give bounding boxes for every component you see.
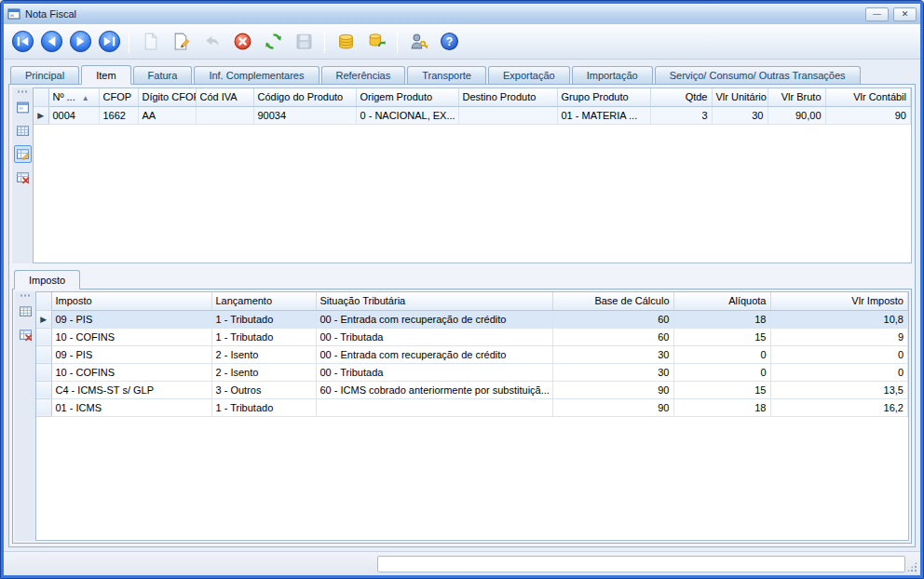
column-header[interactable]: Cód IVA (196, 88, 253, 106)
first-record-button[interactable] (9, 29, 35, 55)
tab-transporte[interactable]: Transporte (407, 66, 486, 84)
grid-cell[interactable]: 90,00 (768, 106, 825, 124)
grid-cell[interactable]: 1 - Tributado (211, 328, 316, 345)
grid-cell[interactable]: 90 (552, 381, 673, 398)
row-selector[interactable] (36, 363, 51, 381)
grid-cell[interactable]: 10,8 (770, 310, 908, 328)
grid-cell[interactable]: 01 - ICMS (51, 398, 211, 416)
grid-cell[interactable]: 3 (650, 106, 712, 124)
grid-cell[interactable]: 00 - Tributada (316, 328, 552, 345)
grid-cell[interactable]: 60 (552, 328, 673, 345)
grid-cell[interactable]: 90 (825, 106, 911, 124)
next-record-button[interactable] (67, 29, 93, 55)
item-form-view-button[interactable] (14, 99, 32, 116)
resize-grip[interactable] (906, 561, 917, 572)
column-header[interactable]: Nº ...▲ (48, 88, 99, 106)
grid-cell[interactable] (196, 106, 253, 124)
undo-button[interactable] (197, 29, 225, 55)
grid-cell[interactable]: 1662 (99, 106, 138, 124)
row-selector[interactable]: ▶ (36, 310, 51, 328)
tab-servico-consumo[interactable]: Serviço/ Consumo/ Outras Transações (655, 66, 861, 84)
select-all-corner[interactable] (36, 292, 51, 310)
grid-cell[interactable]: 30 (552, 345, 673, 363)
tab-referencias[interactable]: Referências (321, 66, 406, 84)
grid-cell[interactable]: C4 - ICMS-ST s/ GLP (51, 381, 211, 398)
imposto-delete-row-button[interactable] (17, 326, 34, 343)
table-row[interactable]: ▶00041662AA900340 - NACIONAL, EX...01 - … (34, 106, 911, 124)
delete-record-button[interactable] (228, 29, 256, 55)
column-header[interactable]: Código do Produto (253, 88, 356, 106)
table-row[interactable]: C4 - ICMS-ST s/ GLP3 - Outros60 - ICMS c… (36, 381, 908, 398)
grid-cell[interactable]: 2 - Isento (211, 345, 316, 363)
grid-cell[interactable]: 60 (552, 310, 673, 328)
data-coins-refresh-button[interactable] (362, 29, 390, 55)
select-all-corner[interactable] (34, 88, 48, 106)
grid-cell[interactable]: 10 - COFINS (51, 363, 211, 381)
toolbar-grip[interactable] (20, 294, 31, 297)
column-header[interactable]: Origem Produto (356, 88, 458, 106)
row-selector[interactable] (36, 345, 51, 363)
grid-cell[interactable]: 60 - ICMS cobrado anteriormente por subs… (316, 381, 552, 398)
column-header[interactable]: Grupo Produto (557, 88, 650, 106)
grid-cell[interactable]: 18 (673, 398, 770, 416)
tab-inf-complementares[interactable]: Inf. Complementares (194, 66, 319, 84)
column-header[interactable]: CFOP (99, 88, 138, 106)
item-grid-view-button[interactable] (14, 122, 32, 140)
grid-cell[interactable]: 30 (712, 106, 768, 124)
new-record-button[interactable] (136, 29, 164, 55)
grid-cell[interactable]: 90034 (253, 106, 356, 124)
column-header[interactable]: Alíquota (673, 292, 770, 310)
help-button[interactable]: ? (435, 29, 463, 55)
user-permissions-button[interactable] (404, 29, 432, 55)
grid-cell[interactable]: 09 - PIS (51, 345, 211, 363)
tab-exportacao[interactable]: Exportação (488, 66, 570, 84)
grid-cell[interactable]: 16,2 (770, 398, 908, 416)
grid-cell[interactable]: 0 (770, 345, 908, 363)
column-header[interactable]: Vlr Contábil (825, 88, 911, 106)
grid-cell[interactable]: 90 (552, 398, 673, 416)
grid-cell[interactable]: 30 (552, 363, 673, 381)
grid-cell[interactable]: 0 (673, 363, 770, 381)
column-header[interactable]: Vlr Unitário (712, 88, 768, 106)
column-header[interactable]: Dígito CFOP (138, 88, 196, 106)
grid-cell[interactable] (316, 398, 552, 416)
minimize-button[interactable]: — (865, 7, 889, 21)
column-header[interactable]: Vlr Imposto (770, 292, 908, 310)
grid-cell[interactable]: 1 - Tributado (211, 310, 316, 328)
tab-imposto[interactable]: Imposto (14, 270, 80, 290)
grid-cell[interactable]: 0 (673, 345, 770, 363)
column-header[interactable]: Imposto (51, 292, 211, 310)
grid-cell[interactable]: 10 - COFINS (51, 328, 211, 345)
refresh-button[interactable] (259, 29, 287, 55)
table-row[interactable]: ▶09 - PIS1 - Tributado00 - Entrada com r… (36, 310, 908, 328)
grid-cell[interactable]: 13,5 (770, 381, 908, 398)
tab-importacao[interactable]: Importação (572, 66, 653, 84)
grid-cell[interactable]: 0004 (48, 106, 99, 124)
grid-cell[interactable]: 00 - Tributada (316, 363, 552, 381)
grid-cell[interactable]: 09 - PIS (51, 310, 211, 328)
grid-cell[interactable]: 0 (770, 363, 908, 381)
toolbar-grip[interactable] (17, 90, 28, 93)
save-button[interactable] (290, 29, 318, 55)
grid-cell[interactable]: 00 - Entrada com recuperação de crédito (316, 345, 552, 363)
close-button[interactable]: ✕ (893, 7, 917, 21)
column-header[interactable]: Destino Produto (458, 88, 557, 106)
column-header[interactable]: Vlr Bruto (768, 88, 825, 106)
grid-cell[interactable]: 1 - Tributado (211, 398, 316, 416)
grid-cell[interactable]: 9 (770, 328, 908, 345)
tab-principal[interactable]: Principal (10, 66, 79, 84)
row-selector[interactable] (36, 328, 51, 345)
tab-item[interactable]: Item (81, 65, 130, 85)
grid-cell[interactable]: 15 (673, 328, 770, 345)
status-input[interactable] (377, 556, 905, 572)
data-coins-button[interactable] (332, 29, 360, 55)
row-selector[interactable]: ▶ (34, 106, 48, 124)
edit-record-button[interactable] (167, 29, 195, 55)
grid-cell[interactable]: 00 - Entrada com recuperação de crédito (316, 310, 552, 328)
column-header[interactable]: Lançamento (211, 292, 316, 310)
column-header[interactable]: Qtde (650, 88, 712, 106)
grid-cell[interactable]: 18 (673, 310, 770, 328)
tab-fatura[interactable]: Fatura (133, 66, 193, 84)
grid-cell[interactable]: 0 - NACIONAL, EX... (356, 106, 458, 124)
grid-cell[interactable]: 01 - MATERIA ... (557, 106, 650, 124)
